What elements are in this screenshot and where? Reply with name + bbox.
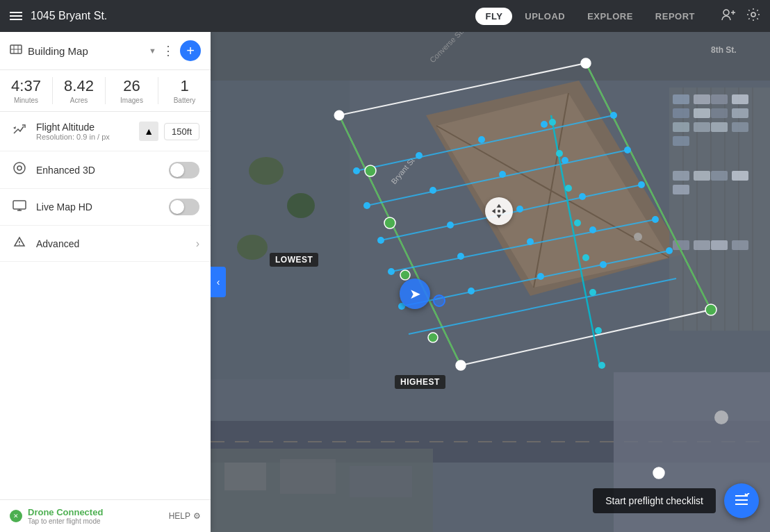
svg-rect-37 — [673, 171, 689, 181]
enhanced-3d-icon — [11, 161, 28, 178]
svg-point-9 — [19, 244, 20, 245]
main-content: Building Map ▼ ⋮ + 4:37 Minutes 8.42 Acr… — [0, 32, 770, 532]
panel-footer: Drone Connected Tap to enter flight mode… — [0, 499, 211, 532]
enhanced-3d-toggle[interactable] — [169, 162, 199, 178]
map-title: Building Map — [28, 45, 143, 57]
status-dot — [10, 510, 22, 522]
label-highest: HIGHEST — [395, 375, 445, 389]
tab-explore[interactable]: EXPLORE — [578, 8, 643, 25]
stat-acres: 8.42 Acres — [53, 77, 106, 104]
preflight-checklist-button[interactable]: Start preflight checklist — [593, 488, 716, 513]
enhanced-3d-label-wrap: Enhanced 3D — [36, 165, 161, 176]
left-panel: Building Map ▼ ⋮ + 4:37 Minutes 8.42 Acr… — [0, 32, 211, 532]
svg-point-0 — [723, 10, 729, 15]
svg-point-115 — [498, 210, 500, 213]
svg-rect-42 — [673, 240, 689, 250]
stat-battery: 1 Battery — [158, 77, 211, 104]
checklist-button[interactable] — [724, 483, 759, 518]
advanced-label: Advanced — [36, 238, 79, 249]
enhanced-3d-row: Enhanced 3D — [0, 151, 211, 189]
svg-rect-59 — [280, 459, 336, 494]
svg-rect-27 — [673, 136, 689, 146]
chevron-right-icon: › — [196, 238, 199, 250]
svg-text:8th St.: 8th St. — [711, 45, 737, 55]
panel-header: Building Map ▼ ⋮ + — [0, 32, 211, 70]
svg-rect-28 — [694, 94, 710, 104]
hamburger-menu[interactable] — [10, 12, 22, 20]
svg-rect-41 — [732, 171, 748, 181]
stat-minutes: 4:37 Minutes — [0, 77, 53, 104]
help-icon: ⚙ — [193, 511, 201, 521]
advanced-icon — [11, 235, 28, 251]
drone-connected-label: Drone Connected — [28, 507, 103, 517]
drone-selection-indicator — [433, 294, 445, 307]
svg-rect-40 — [711, 171, 728, 181]
drone-icon[interactable]: ➤ — [400, 279, 430, 309]
map-icon — [10, 43, 22, 58]
tab-report[interactable]: REPORT — [646, 8, 705, 25]
advanced-row[interactable]: Advanced › — [0, 226, 211, 262]
svg-rect-32 — [711, 108, 728, 118]
flight-altitude-label-wrap: Flight Altitude Resolution: 0.9 in / px — [36, 122, 131, 141]
svg-point-5 — [14, 163, 25, 174]
label-lowest: LOWEST — [270, 253, 318, 267]
settings-section: Flight Altitude Resolution: 0.9 in / px … — [0, 112, 211, 499]
more-options-button[interactable]: ⋮ — [162, 43, 174, 58]
svg-rect-35 — [732, 108, 748, 118]
altitude-value: 150ft — [164, 123, 199, 140]
svg-rect-30 — [694, 122, 710, 132]
svg-rect-58 — [224, 463, 266, 490]
status-text-wrap: Drone Connected Tap to enter flight mode — [28, 507, 103, 525]
svg-point-3 — [751, 13, 755, 17]
app-title: 1045 Bryant St. — [31, 10, 107, 22]
svg-rect-7 — [13, 201, 26, 209]
altitude-up-button[interactable]: ▲ — [139, 122, 158, 141]
tab-upload[interactable]: UPLOAD — [515, 8, 575, 25]
help-button[interactable]: HELP ⚙ — [169, 511, 201, 521]
live-map-hd-toggle[interactable] — [169, 199, 199, 215]
flight-altitude-row: Flight Altitude Resolution: 0.9 in / px … — [0, 112, 211, 151]
live-map-hd-icon — [11, 200, 28, 215]
top-nav: 1045 Bryant St. FLY UPLOAD EXPLORE REPOR… — [0, 0, 770, 32]
map-area: Converse St. 8th St. Bryant St — [211, 32, 770, 532]
svg-rect-24 — [673, 94, 689, 104]
svg-rect-38 — [673, 185, 689, 194]
svg-rect-31 — [711, 94, 728, 104]
help-label: HELP — [169, 511, 190, 521]
move-icon[interactable] — [485, 197, 513, 225]
svg-rect-29 — [694, 108, 710, 118]
add-user-button[interactable] — [721, 8, 737, 24]
settings-button[interactable] — [746, 8, 760, 25]
svg-rect-26 — [673, 122, 689, 132]
svg-rect-60 — [350, 466, 412, 497]
live-map-hd-row: Live Map HD — [0, 189, 211, 226]
stat-images: 26 Images — [106, 77, 158, 104]
live-map-hd-label-wrap: Live Map HD — [36, 201, 161, 213]
svg-rect-33 — [711, 122, 728, 132]
nav-icons — [721, 8, 760, 25]
nav-tabs: FLY UPLOAD EXPLORE REPORT — [475, 8, 705, 25]
svg-point-51 — [287, 193, 315, 218]
svg-rect-25 — [673, 108, 689, 118]
svg-rect-44 — [711, 240, 728, 250]
dropdown-arrow-icon[interactable]: ▼ — [149, 47, 156, 55]
svg-rect-45 — [732, 240, 748, 250]
altitude-controls: ▲ 150ft — [139, 122, 199, 141]
svg-point-52 — [237, 235, 268, 260]
drone-status: Drone Connected Tap to enter flight mode — [10, 507, 103, 525]
add-button[interactable]: + — [180, 40, 201, 61]
drone-status-sub: Tap to enter flight mode — [28, 517, 103, 525]
tab-fly[interactable]: FLY — [475, 8, 512, 25]
map-bottom-controls: Start preflight checklist — [593, 483, 759, 518]
collapse-panel-button[interactable]: ‹ — [211, 267, 226, 297]
svg-rect-53 — [211, 32, 770, 81]
svg-point-6 — [17, 166, 22, 170]
svg-point-50 — [249, 157, 284, 185]
svg-rect-49 — [211, 32, 350, 379]
stats-row: 4:37 Minutes 8.42 Acres 26 Images 1 Batt… — [0, 70, 211, 112]
svg-rect-36 — [732, 122, 748, 132]
map-background: Converse St. 8th St. Bryant St — [211, 32, 770, 532]
svg-rect-39 — [694, 171, 710, 181]
svg-rect-43 — [694, 240, 710, 250]
svg-rect-34 — [732, 94, 748, 104]
